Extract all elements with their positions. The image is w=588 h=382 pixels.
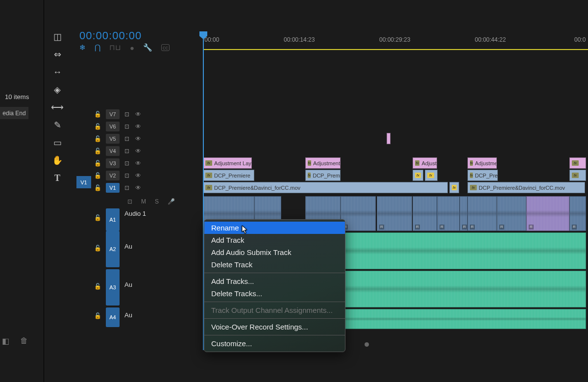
track-name[interactable]: Au — [124, 307, 132, 319]
audio-clip[interactable]: R — [320, 309, 586, 329]
video-lane-v7[interactable] — [203, 108, 588, 120]
sync-lock-icon[interactable]: ⊡ — [124, 111, 129, 118]
track-label[interactable]: V7 — [106, 109, 120, 119]
audio-clip[interactable]: R — [569, 196, 586, 231]
audio-clip[interactable]: R — [304, 232, 586, 269]
sync-lock-icon[interactable]: ⊡ — [124, 123, 129, 130]
solo-button[interactable]: S — [155, 198, 159, 205]
sync-lock-icon[interactable]: ⊡ — [124, 172, 129, 179]
ripple-tool-icon[interactable]: ⇔ — [52, 49, 63, 60]
menu-item-customize[interactable]: Customize... — [204, 337, 345, 350]
menu-item-delete-track[interactable]: Delete Track — [204, 258, 345, 271]
snap-icon[interactable]: ❄ — [79, 43, 86, 52]
menu-item-add-audio-submix-track[interactable]: Add Audio Submix Track — [204, 246, 345, 258]
eye-icon[interactable]: 👁 — [135, 172, 141, 179]
track-label[interactable]: V2 — [106, 171, 120, 180]
eye-icon[interactable]: 👁 — [135, 160, 141, 167]
lock-icon[interactable]: 🔓 — [94, 111, 101, 118]
video-clip[interactable]: fx — [413, 170, 423, 181]
audio-track-head-a3[interactable]: 🔓 A3 Au — [71, 269, 203, 307]
video-clip[interactable]: fx — [569, 170, 586, 181]
video-track-head-v7[interactable]: 🔓V7⊡👁 — [71, 108, 203, 120]
clip[interactable] — [387, 133, 391, 144]
track-label[interactable]: V6 — [106, 122, 120, 131]
video-clip[interactable]: fxDCP_Premiere — [203, 170, 254, 181]
video-track-head-v5[interactable]: 🔓V5⊡👁 — [71, 132, 203, 145]
video-track-head-v4[interactable]: 🔓V4⊡👁 — [71, 145, 203, 157]
audio-clip[interactable]: R — [341, 196, 376, 231]
lock-icon[interactable]: 🔓 — [94, 160, 101, 167]
audio-track-head-a2[interactable]: 🔓 A2 Au — [71, 231, 203, 269]
video-lane-v3[interactable]: fxAdjustment LayfxAdjustmentfxAdjustfxAd… — [203, 157, 588, 169]
audio-track-head-a4[interactable]: 🔓 A4 Au — [71, 307, 203, 329]
slip-tool-icon[interactable]: ⟷ — [52, 102, 63, 113]
track-label[interactable]: V1 — [106, 183, 120, 193]
lock-icon[interactable]: 🔓 — [94, 135, 101, 142]
current-timecode[interactable]: 00:00:00:00 — [79, 29, 142, 42]
audio-track-head-a1[interactable]: 🔓 A1 Audio 1 — [71, 208, 203, 231]
track-label[interactable]: V3 — [106, 158, 120, 168]
sync-lock-icon[interactable]: ⊡ — [124, 160, 129, 167]
audio-clip[interactable]: R — [467, 196, 497, 231]
sync-lock-icon[interactable]: ⊡ — [124, 184, 129, 191]
source-patch-v1[interactable]: V1 — [76, 176, 91, 188]
audio-clip[interactable]: R — [497, 196, 526, 231]
menu-item-rename[interactable]: Rename — [204, 222, 345, 234]
sync-lock-icon[interactable]: ⊡ — [127, 198, 132, 205]
video-lane-v1[interactable]: fxDCP_Premiere&Davinci_forCC.movfxfxDCP_… — [203, 181, 588, 194]
track-label[interactable]: V5 — [106, 134, 120, 144]
menu-item-voice-over-record-settings[interactable]: Voice-Over Record Settings... — [204, 321, 345, 333]
adjustment-clip[interactable]: fxAdjust — [413, 157, 437, 169]
video-clip[interactable]: fx — [449, 182, 459, 193]
eye-icon[interactable]: 👁 — [135, 135, 141, 142]
eye-icon[interactable]: 👁 — [135, 148, 141, 154]
eye-icon[interactable]: 👁 — [135, 184, 141, 191]
lock-icon[interactable]: 🔓 — [94, 184, 101, 191]
video-clip[interactable]: fxDCP_Premie — [305, 170, 341, 181]
razor-tool-icon[interactable]: ◈ — [52, 84, 63, 95]
adjustment-clip[interactable]: fxAdjustme — [467, 157, 497, 169]
track-label[interactable]: A2 — [106, 231, 120, 267]
video-lane-v2[interactable]: fxDCP_PremierefxDCP_PremiefxfxfxDCP_Pref… — [203, 169, 588, 181]
audio-clip[interactable]: R — [460, 196, 467, 231]
video-lane-v5[interactable] — [203, 132, 588, 145]
sync-lock-icon[interactable]: ⊡ — [124, 135, 129, 142]
audio-clip[interactable]: R — [526, 196, 569, 231]
track-name[interactable]: Au — [124, 231, 132, 250]
scroll-handle[interactable] — [365, 342, 369, 347]
audio-clip[interactable]: R — [437, 196, 460, 231]
audio-clip[interactable]: R — [377, 196, 412, 231]
video-track-head-v3[interactable]: 🔓V3⊡👁 — [71, 157, 203, 169]
trash-icon[interactable]: 🗑 — [20, 336, 28, 346]
caption-icon[interactable]: cc — [161, 44, 170, 51]
track-label[interactable]: V4 — [106, 146, 120, 156]
track-name[interactable]: Au — [124, 269, 132, 288]
lock-icon[interactable]: 🔓 — [94, 269, 101, 290]
eye-icon[interactable]: 👁 — [135, 123, 141, 130]
rectangle-tool-icon[interactable]: ▭ — [52, 137, 63, 148]
lock-icon[interactable]: 🔓 — [94, 307, 101, 319]
video-clip[interactable]: fx — [425, 170, 438, 181]
time-ruler[interactable]: :00:00 00:00:14:23 00:00:29:23 00:00:44:… — [203, 32, 588, 50]
video-track-head-v1[interactable]: V1 🔓V1⊡👁 — [71, 181, 203, 194]
pen-tool-icon[interactable]: ✎ — [52, 120, 63, 130]
video-track-head-v6[interactable]: 🔓V6⊡👁 — [71, 120, 203, 132]
settings-icon[interactable]: 🔧 — [143, 43, 152, 52]
lock-icon[interactable]: 🔓 — [94, 172, 101, 179]
track-label[interactable]: A3 — [106, 269, 120, 306]
video-clip[interactable]: fxDCP_Pre — [467, 170, 498, 181]
eye-icon[interactable]: 👁 — [135, 111, 141, 118]
project-column-header[interactable]: edia End — [0, 107, 28, 119]
linked-selection-icon[interactable]: ⋂ — [95, 43, 100, 52]
audio-clip[interactable]: R — [413, 196, 437, 231]
marker-span-icon[interactable]: ⊓⊔ — [109, 43, 121, 52]
menu-item-add-tracks[interactable]: Add Tracks... — [204, 275, 345, 287]
type-tool-icon[interactable]: T — [52, 173, 63, 183]
video-clip[interactable]: fxDCP_Premiere&Davinci_forCC.mov — [203, 182, 448, 193]
audio-clip[interactable]: R — [304, 271, 586, 307]
track-label[interactable]: A4 — [106, 307, 120, 327]
track-label[interactable]: A1 — [106, 208, 120, 231]
sync-lock-icon[interactable]: ⊡ — [124, 148, 129, 154]
adjustment-clip[interactable]: fx — [569, 157, 586, 169]
filter-icon[interactable]: ◧ — [2, 336, 9, 346]
